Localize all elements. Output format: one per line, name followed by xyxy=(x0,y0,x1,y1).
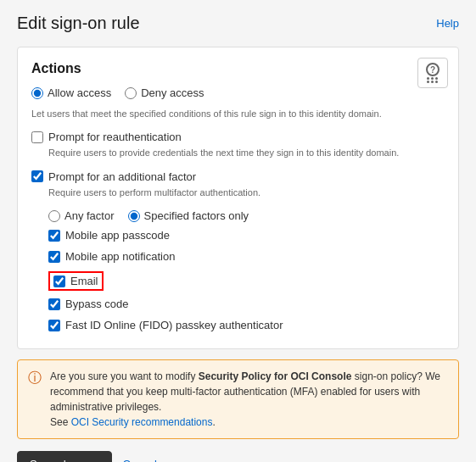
warning-icon: ⓘ xyxy=(28,370,42,387)
oci-security-link[interactable]: OCI Security recommendations xyxy=(71,416,213,428)
warning-box: ⓘ Are you sure you want to modify Securi… xyxy=(17,359,459,439)
access-radio-group: Allow access Deny access xyxy=(31,86,445,99)
email-label: Email xyxy=(70,275,98,287)
actions-card: Actions ? Allow access Deny access Let u xyxy=(17,47,459,349)
deny-access-radio[interactable] xyxy=(125,87,137,99)
deny-access-label: Deny access xyxy=(141,86,204,99)
card-title: Actions xyxy=(31,61,445,76)
button-row: Save changes Cancel xyxy=(17,451,459,462)
allow-access-help-text: Let users that meet the specified condit… xyxy=(31,108,445,120)
mobile-notification-label: Mobile app notification xyxy=(65,250,175,263)
email-checkbox[interactable] xyxy=(53,276,65,287)
any-factor-radio[interactable] xyxy=(48,210,60,222)
prompt-reauth-section: Prompt for reauthentication Require user… xyxy=(31,131,445,159)
bypass-code-label: Bypass code xyxy=(65,298,128,310)
specified-factors-radio-label[interactable]: Specified factors only xyxy=(128,209,249,222)
page-container: Edit sign-on rule Help Actions ? Allow a… xyxy=(0,0,476,462)
factor-type-radio-group: Any factor Specified factors only xyxy=(48,209,445,222)
help-icon: ? xyxy=(426,63,440,83)
warning-period: . xyxy=(212,416,215,428)
prompt-reauth-help: Require users to provide credentials the… xyxy=(48,147,445,159)
bypass-code-checkbox[interactable] xyxy=(48,298,60,310)
prompt-reauth-label: Prompt for reauthentication xyxy=(48,131,182,143)
warning-see-text: See xyxy=(50,416,71,428)
allow-access-label: Allow access xyxy=(48,86,111,99)
page-header: Edit sign-on rule Help xyxy=(17,14,459,33)
mobile-notification-row: Mobile app notification xyxy=(48,250,445,263)
cancel-button[interactable]: Cancel xyxy=(122,458,156,462)
mobile-passcode-row: Mobile app passcode xyxy=(48,229,445,242)
help-icon-button[interactable]: ? xyxy=(417,58,448,88)
help-circle-icon: ? xyxy=(426,63,440,76)
bypass-code-row: Bypass code xyxy=(48,298,445,310)
prompt-additional-section: Prompt for an additional factor Require … xyxy=(31,170,445,199)
warning-bold-text: Security Policy for OCI Console xyxy=(199,370,352,382)
prompt-additional-row: Prompt for an additional factor xyxy=(31,170,445,183)
email-row-container: Email xyxy=(48,271,445,294)
deny-access-radio-label[interactable]: Deny access xyxy=(125,86,204,99)
save-button[interactable]: Save changes xyxy=(17,451,112,462)
fast-id-label: Fast ID Online (FIDO) passkey authentica… xyxy=(65,319,283,331)
prompt-reauth-row: Prompt for reauthentication xyxy=(31,131,445,143)
fast-id-row: Fast ID Online (FIDO) passkey authentica… xyxy=(48,319,445,331)
mobile-notification-checkbox[interactable] xyxy=(48,251,60,263)
prompt-reauth-checkbox[interactable] xyxy=(31,131,43,143)
help-link[interactable]: Help xyxy=(436,17,459,30)
mobile-passcode-label: Mobile app passcode xyxy=(65,229,170,242)
email-row-highlighted: Email xyxy=(48,271,104,291)
dots-icon xyxy=(427,77,439,83)
specified-factors-label: Specified factors only xyxy=(144,209,249,222)
fast-id-checkbox[interactable] xyxy=(48,320,60,331)
specified-factors-radio[interactable] xyxy=(128,210,140,222)
any-factor-label: Any factor xyxy=(64,209,115,222)
mobile-passcode-checkbox[interactable] xyxy=(48,230,60,242)
warning-text: Are you sure you want to modify Security… xyxy=(50,369,448,430)
warning-text-before: Are you sure you want to modify xyxy=(50,370,199,382)
page-title: Edit sign-on rule xyxy=(17,14,140,33)
any-factor-radio-label[interactable]: Any factor xyxy=(48,209,115,222)
allow-access-radio-label[interactable]: Allow access xyxy=(31,86,111,99)
prompt-additional-label: Prompt for an additional factor xyxy=(48,170,196,183)
prompt-additional-help: Require users to perform multifactor aut… xyxy=(48,186,445,199)
allow-access-radio[interactable] xyxy=(31,87,43,99)
prompt-additional-checkbox[interactable] xyxy=(31,170,43,182)
